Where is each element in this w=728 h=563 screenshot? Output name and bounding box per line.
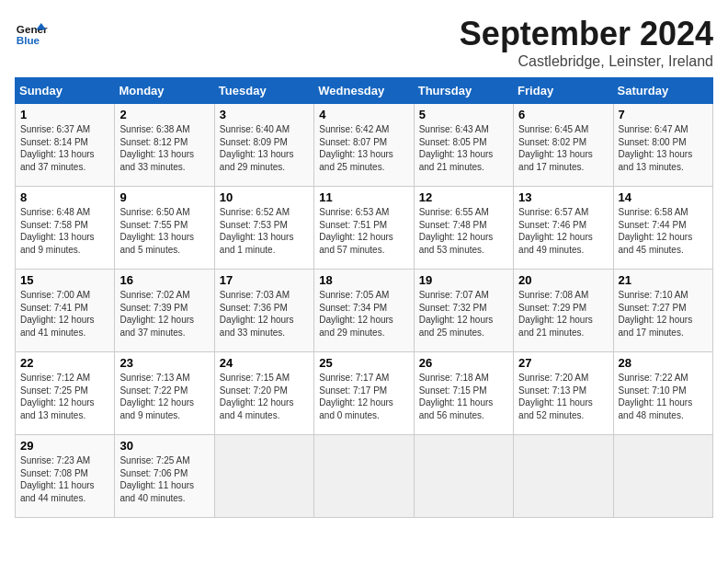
day-detail: Sunrise: 7:00 AMSunset: 7:41 PMDaylight:… — [20, 290, 95, 338]
day-detail: Sunrise: 7:20 AMSunset: 7:13 PMDaylight:… — [518, 373, 593, 420]
weekday-header-row: SundayMondayTuesdayWednesdayThursdayFrid… — [16, 78, 713, 104]
calendar-title: September 2024 — [460, 15, 713, 53]
day-detail: Sunrise: 7:15 AMSunset: 7:20 PMDaylight:… — [220, 373, 294, 420]
day-number: 25 — [319, 356, 408, 370]
svg-text:Blue: Blue — [17, 34, 40, 46]
day-detail: Sunrise: 6:42 AMSunset: 8:07 PMDaylight:… — [319, 124, 393, 172]
day-detail: Sunrise: 7:03 AMSunset: 7:36 PMDaylight:… — [220, 290, 294, 338]
day-cell — [514, 435, 613, 518]
day-detail: Sunrise: 6:38 AMSunset: 8:12 PMDaylight:… — [119, 124, 194, 172]
day-cell: 8 Sunrise: 6:48 AMSunset: 7:58 PMDayligh… — [16, 187, 115, 270]
day-detail: Sunrise: 7:18 AMSunset: 7:15 PMDaylight:… — [419, 373, 494, 420]
day-detail: Sunrise: 6:45 AMSunset: 8:02 PMDaylight:… — [518, 124, 593, 172]
day-cell: 13 Sunrise: 6:57 AMSunset: 7:46 PMDaylig… — [514, 187, 613, 270]
day-number: 3 — [220, 108, 309, 121]
day-detail: Sunrise: 7:08 AMSunset: 7:29 PMDaylight:… — [518, 290, 593, 338]
day-detail: Sunrise: 6:50 AMSunset: 7:55 PMDaylight:… — [119, 207, 194, 255]
day-cell: 29 Sunrise: 7:23 AMSunset: 7:08 PMDaylig… — [16, 435, 115, 518]
day-number: 12 — [419, 190, 508, 204]
day-cell: 17 Sunrise: 7:03 AMSunset: 7:36 PMDaylig… — [214, 270, 313, 352]
weekday-header-sunday: Sunday — [16, 78, 115, 104]
day-cell: 6 Sunrise: 6:45 AMSunset: 8:02 PMDayligh… — [514, 104, 613, 187]
day-cell: 5 Sunrise: 6:43 AMSunset: 8:05 PMDayligh… — [414, 104, 513, 187]
day-number: 19 — [419, 273, 508, 287]
day-detail: Sunrise: 6:58 AMSunset: 7:44 PMDaylight:… — [619, 207, 693, 255]
day-number: 30 — [119, 439, 209, 453]
day-cell: 4 Sunrise: 6:42 AMSunset: 8:07 PMDayligh… — [314, 104, 414, 187]
day-number: 2 — [119, 108, 209, 121]
day-detail: Sunrise: 6:52 AMSunset: 7:53 PMDaylight:… — [220, 207, 294, 255]
day-cell: 14 Sunrise: 6:58 AMSunset: 7:44 PMDaylig… — [613, 187, 712, 270]
day-number: 23 — [119, 356, 209, 370]
day-number: 10 — [220, 190, 309, 204]
day-detail: Sunrise: 7:10 AMSunset: 7:27 PMDaylight:… — [619, 290, 693, 338]
day-cell — [414, 435, 513, 518]
day-number: 24 — [220, 356, 309, 370]
day-detail: Sunrise: 7:07 AMSunset: 7:32 PMDaylight:… — [419, 290, 494, 338]
day-cell — [314, 435, 414, 518]
weekday-header-wednesday: Wednesday — [314, 78, 414, 104]
week-row-3: 15 Sunrise: 7:00 AMSunset: 7:41 PMDaylig… — [16, 270, 713, 352]
day-detail: Sunrise: 7:25 AMSunset: 7:06 PMDaylight:… — [119, 455, 194, 503]
day-number: 6 — [518, 108, 608, 121]
day-cell: 3 Sunrise: 6:40 AMSunset: 8:09 PMDayligh… — [214, 104, 313, 187]
header: General Blue September 2024 Castlebridge… — [15, 15, 713, 70]
day-detail: Sunrise: 6:43 AMSunset: 8:05 PMDaylight:… — [419, 124, 494, 172]
day-detail: Sunrise: 7:22 AMSunset: 7:10 PMDaylight:… — [619, 373, 693, 420]
day-number: 15 — [20, 273, 109, 287]
day-number: 9 — [119, 190, 209, 204]
calendar-header: SundayMondayTuesdayWednesdayThursdayFrid… — [16, 78, 713, 104]
day-detail: Sunrise: 7:13 AMSunset: 7:22 PMDaylight:… — [119, 373, 194, 420]
calendar-table: SundayMondayTuesdayWednesdayThursdayFrid… — [15, 77, 713, 518]
day-detail: Sunrise: 7:02 AMSunset: 7:39 PMDaylight:… — [119, 290, 194, 338]
week-row-5: 29 Sunrise: 7:23 AMSunset: 7:08 PMDaylig… — [16, 435, 713, 518]
day-detail: Sunrise: 6:48 AMSunset: 7:58 PMDaylight:… — [20, 207, 95, 255]
day-number: 26 — [419, 356, 508, 370]
title-area: September 2024 Castlebridge, Leinster, I… — [460, 15, 713, 70]
weekday-header-thursday: Thursday — [414, 78, 513, 104]
day-number: 5 — [419, 108, 508, 121]
day-cell: 21 Sunrise: 7:10 AMSunset: 7:27 PMDaylig… — [613, 270, 712, 352]
day-detail: Sunrise: 7:23 AMSunset: 7:08 PMDaylight:… — [20, 455, 95, 503]
day-cell: 27 Sunrise: 7:20 AMSunset: 7:13 PMDaylig… — [514, 352, 613, 435]
week-row-1: 1 Sunrise: 6:37 AMSunset: 8:14 PMDayligh… — [16, 104, 713, 187]
day-number: 18 — [319, 273, 408, 287]
day-cell: 24 Sunrise: 7:15 AMSunset: 7:20 PMDaylig… — [214, 352, 313, 435]
week-row-2: 8 Sunrise: 6:48 AMSunset: 7:58 PMDayligh… — [16, 187, 713, 270]
weekday-header-monday: Monday — [115, 78, 214, 104]
logo-icon: General Blue — [15, 15, 48, 48]
day-cell: 1 Sunrise: 6:37 AMSunset: 8:14 PMDayligh… — [16, 104, 115, 187]
weekday-header-tuesday: Tuesday — [214, 78, 313, 104]
day-cell: 10 Sunrise: 6:52 AMSunset: 7:53 PMDaylig… — [214, 187, 313, 270]
day-detail: Sunrise: 6:57 AMSunset: 7:46 PMDaylight:… — [518, 207, 593, 255]
day-cell: 30 Sunrise: 7:25 AMSunset: 7:06 PMDaylig… — [115, 435, 214, 518]
day-cell: 19 Sunrise: 7:07 AMSunset: 7:32 PMDaylig… — [414, 270, 513, 352]
day-cell: 2 Sunrise: 6:38 AMSunset: 8:12 PMDayligh… — [115, 104, 214, 187]
weekday-header-friday: Friday — [514, 78, 613, 104]
day-number: 21 — [619, 273, 708, 287]
weekday-header-saturday: Saturday — [613, 78, 712, 104]
day-cell: 20 Sunrise: 7:08 AMSunset: 7:29 PMDaylig… — [514, 270, 613, 352]
day-detail: Sunrise: 6:37 AMSunset: 8:14 PMDaylight:… — [20, 124, 95, 172]
day-cell: 22 Sunrise: 7:12 AMSunset: 7:25 PMDaylig… — [16, 352, 115, 435]
day-cell: 23 Sunrise: 7:13 AMSunset: 7:22 PMDaylig… — [115, 352, 214, 435]
day-number: 17 — [220, 273, 309, 287]
day-number: 11 — [319, 190, 408, 204]
day-cell: 25 Sunrise: 7:17 AMSunset: 7:17 PMDaylig… — [314, 352, 414, 435]
day-number: 16 — [119, 273, 209, 287]
day-number: 13 — [518, 190, 608, 204]
day-detail: Sunrise: 6:40 AMSunset: 8:09 PMDaylight:… — [220, 124, 294, 172]
day-cell: 15 Sunrise: 7:00 AMSunset: 7:41 PMDaylig… — [16, 270, 115, 352]
day-cell: 11 Sunrise: 6:53 AMSunset: 7:51 PMDaylig… — [314, 187, 414, 270]
day-detail: Sunrise: 6:53 AMSunset: 7:51 PMDaylight:… — [319, 207, 393, 255]
day-detail: Sunrise: 6:47 AMSunset: 8:00 PMDaylight:… — [619, 124, 693, 172]
day-cell — [214, 435, 313, 518]
day-cell: 9 Sunrise: 6:50 AMSunset: 7:55 PMDayligh… — [115, 187, 214, 270]
day-detail: Sunrise: 7:17 AMSunset: 7:17 PMDaylight:… — [319, 373, 393, 420]
calendar-body: 1 Sunrise: 6:37 AMSunset: 8:14 PMDayligh… — [16, 104, 713, 518]
day-cell: 26 Sunrise: 7:18 AMSunset: 7:15 PMDaylig… — [414, 352, 513, 435]
day-number: 28 — [619, 356, 708, 370]
day-cell: 7 Sunrise: 6:47 AMSunset: 8:00 PMDayligh… — [613, 104, 712, 187]
day-detail: Sunrise: 6:55 AMSunset: 7:48 PMDaylight:… — [419, 207, 494, 255]
day-cell: 16 Sunrise: 7:02 AMSunset: 7:39 PMDaylig… — [115, 270, 214, 352]
